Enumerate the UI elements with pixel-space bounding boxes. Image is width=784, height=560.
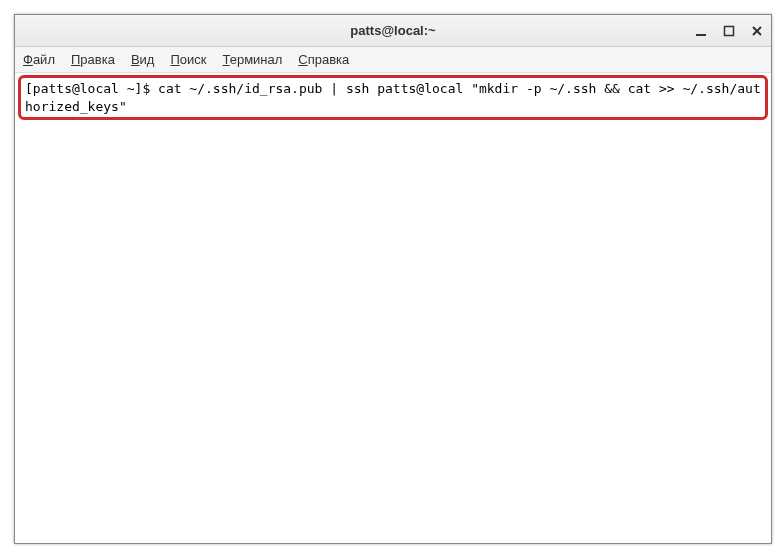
menubar: Файл Правка Вид Поиск Терминал Справка	[15, 47, 771, 73]
menu-view[interactable]: Вид	[131, 52, 155, 67]
terminal-window: patts@local:~ Файл Правка Вид Поиск Терм…	[14, 14, 772, 544]
command-line: [patts@local ~]$ cat ~/.ssh/id_rsa.pub |…	[25, 80, 761, 115]
menu-file[interactable]: Файл	[23, 52, 55, 67]
window-title: patts@local:~	[350, 23, 435, 38]
svg-rect-1	[725, 26, 734, 35]
titlebar: patts@local:~	[15, 15, 771, 47]
terminal-body[interactable]: [patts@local ~]$ cat ~/.ssh/id_rsa.pub |…	[15, 73, 771, 543]
minimize-button[interactable]	[693, 23, 709, 39]
maximize-button[interactable]	[721, 23, 737, 39]
highlight-annotation: [patts@local ~]$ cat ~/.ssh/id_rsa.pub |…	[18, 75, 768, 120]
menu-search[interactable]: Поиск	[170, 52, 206, 67]
menu-edit[interactable]: Правка	[71, 52, 115, 67]
menu-terminal[interactable]: Терминал	[222, 52, 282, 67]
window-controls	[693, 15, 765, 46]
menu-help[interactable]: Справка	[298, 52, 349, 67]
close-button[interactable]	[749, 23, 765, 39]
shell-prompt: [patts@local ~]$	[25, 81, 158, 96]
